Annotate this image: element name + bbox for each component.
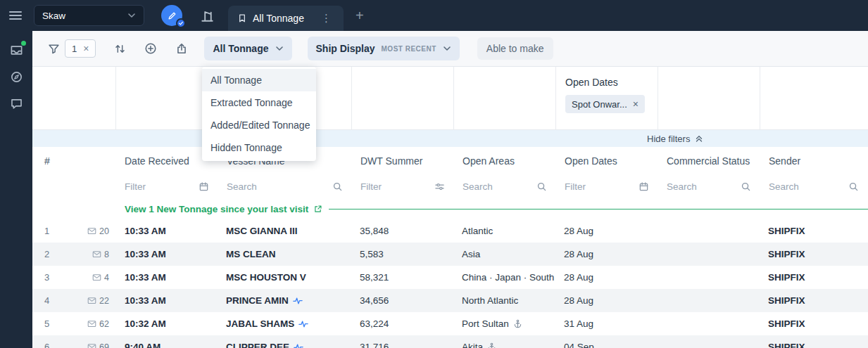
- new-tab-button[interactable]: +: [353, 7, 367, 24]
- remove-filter-icon[interactable]: ×: [633, 99, 639, 109]
- tonnage-row[interactable]: 4 22 10:33 AM PRINCE AMIN 34,656 North A…: [32, 289, 868, 312]
- mail-count: 22: [99, 296, 109, 306]
- date-received-filter-input[interactable]: [125, 181, 194, 192]
- open-dates-filter-chip[interactable]: Spot Onwar... ×: [565, 95, 645, 113]
- vessel-name: MS CLEAN: [226, 249, 276, 259]
- dwt-summer-cell: 63,224: [352, 318, 454, 329]
- inbox-icon[interactable]: [9, 43, 24, 58]
- vessel-name-filter: [218, 181, 352, 192]
- search-icon: [741, 181, 751, 192]
- date-received-cell: 10:33 AM: [116, 226, 218, 236]
- workspace-selector[interactable]: Skaw: [34, 5, 144, 26]
- calendar-icon[interactable]: [639, 181, 649, 192]
- filter-cell-sender: [760, 67, 868, 129]
- commercial-status-filter-input[interactable]: [667, 181, 736, 192]
- calendar-icon[interactable]: [199, 181, 209, 192]
- compose-button[interactable]: [161, 5, 182, 26]
- tonnage-row[interactable]: 3 4 10:33 AM MSC HOUSTON V 58,321 China …: [32, 266, 868, 289]
- column-header-open-areas[interactable]: Open Areas: [454, 155, 556, 167]
- open-dates-cell: 28 Aug: [556, 249, 658, 259]
- vessel-name-cell: PRINCE AMIN: [218, 295, 352, 306]
- row-index-cell: 4 22: [32, 295, 116, 306]
- sender-filter-input[interactable]: [769, 181, 844, 192]
- row-index-cell: 1 20: [32, 226, 116, 236]
- tonnage-row[interactable]: 5 62 10:32 AM JABAL SHAMS 63,224 Port Su…: [32, 312, 868, 335]
- active-filter-chip[interactable]: 1 ×: [65, 39, 96, 58]
- menu-item-all-tonnage[interactable]: All Tonnage: [202, 69, 316, 91]
- open-areas-filter-input[interactable]: [463, 181, 532, 192]
- column-header-dwt-summer[interactable]: DWT Summer: [352, 155, 454, 167]
- search-icon: [536, 181, 547, 192]
- vessel-name: JABAL SHAMS: [226, 318, 294, 329]
- row-number: 6: [44, 342, 49, 348]
- sliders-icon[interactable]: [434, 181, 445, 192]
- sort-icon[interactable]: [114, 43, 126, 55]
- mail-count-badge[interactable]: 8: [92, 250, 109, 259]
- vessel-name: CLIPPER DEE: [226, 342, 289, 348]
- envelope-icon: [87, 296, 96, 305]
- tonnage-row[interactable]: 2 8 10:33 AM MS CLEAN 5,583 Asia 28 Aug …: [32, 243, 868, 266]
- open-dates-cell: 28 Aug: [556, 226, 658, 236]
- tonnage-view-selector[interactable]: All Tonnage: [204, 37, 291, 60]
- hide-filters-button[interactable]: Hide filters: [647, 130, 703, 147]
- vessel-name-cell: JABAL SHAMS: [218, 318, 352, 329]
- hamburger-menu-icon[interactable]: [9, 11, 22, 20]
- dwt-summer-filter-input[interactable]: [360, 181, 430, 192]
- open-areas-cell: Port Sultan: [454, 318, 556, 329]
- ship-display-selector[interactable]: Ship Display MOST RECENT: [308, 37, 460, 60]
- check-badge-icon: [176, 18, 186, 28]
- external-link-icon: [313, 205, 322, 214]
- sender-cell: SHIPFIX: [760, 249, 868, 259]
- commercial-status-filter: [658, 181, 760, 192]
- new-tonnage-link[interactable]: View 1 New Tonnage since your last visit: [125, 204, 322, 214]
- filter-funnel-icon[interactable]: [48, 43, 60, 55]
- menu-item-hidden-tonnage[interactable]: Hidden Tonnage: [202, 136, 316, 159]
- dwt-summer-filter: [352, 181, 454, 192]
- row-number: 1: [44, 226, 49, 236]
- table-header-row: # Date Received Vessel Name DWT Summer O…: [32, 147, 868, 174]
- menu-item-added-edited-tonnage[interactable]: Added/Edited Tonnage: [202, 114, 316, 136]
- mail-count-badge[interactable]: 69: [87, 342, 109, 348]
- discover-compass-icon[interactable]: [9, 70, 24, 84]
- mail-count: 20: [99, 226, 109, 236]
- open-areas-text: Port Sultan: [462, 318, 509, 329]
- add-tonnage-icon[interactable]: [144, 42, 157, 55]
- open-areas-text: North Atlantic: [462, 295, 518, 306]
- mail-count-badge[interactable]: 22: [87, 296, 109, 306]
- able-to-make-button[interactable]: Able to make: [477, 37, 553, 60]
- tab-options-icon[interactable]: ⋮: [318, 12, 334, 25]
- ais-pulse-icon[interactable]: [293, 296, 303, 306]
- mail-count-badge[interactable]: 4: [92, 273, 109, 283]
- port-crane-icon[interactable]: [200, 8, 215, 23]
- workspace-label: Skaw: [42, 11, 65, 21]
- column-header-sender[interactable]: Sender: [760, 155, 868, 167]
- ais-pulse-icon[interactable]: [294, 342, 303, 348]
- clear-filters-icon[interactable]: ×: [83, 44, 89, 53]
- ais-pulse-icon[interactable]: [298, 319, 308, 329]
- chat-icon[interactable]: [9, 96, 24, 111]
- vessel-name-filter-input[interactable]: [227, 181, 328, 192]
- mail-count-badge[interactable]: 20: [87, 226, 109, 236]
- tonnage-row[interactable]: 6 69 9:40 AM CLIPPER DEE 31,716 Akita 04…: [32, 335, 868, 348]
- menu-item-extracted-tonnage[interactable]: Extracted Tonnage: [202, 91, 316, 114]
- open-areas-text: China · Japan · South: [462, 272, 554, 283]
- open-areas-cell: Asia: [454, 249, 556, 259]
- filter-cell-number: [32, 67, 116, 129]
- mail-count-badge[interactable]: 62: [87, 319, 109, 329]
- open-areas-cell: China · Japan · South: [454, 272, 556, 283]
- row-number: 5: [44, 318, 49, 329]
- open-dates-filter-input[interactable]: [565, 181, 634, 192]
- tonnage-row[interactable]: 1 20 10:33 AM MSC GIANNA III 35,848 Atla…: [32, 219, 868, 243]
- chevron-down-icon: [443, 44, 451, 53]
- export-icon[interactable]: [175, 42, 188, 55]
- tab-all-tonnage[interactable]: All Tonnage ⋮: [228, 6, 344, 31]
- row-index-cell: 2 8: [32, 249, 116, 259]
- filter-cell-dwt-summer: [352, 67, 454, 129]
- column-header-number[interactable]: #: [32, 155, 116, 167]
- unread-indicator-dot: [21, 41, 26, 46]
- column-header-open-dates[interactable]: Open Dates: [556, 155, 658, 167]
- vessel-name-cell: MSC GIANNA III: [218, 226, 352, 236]
- envelope-icon: [87, 319, 96, 328]
- column-header-commercial-status[interactable]: Commercial Status: [658, 155, 760, 167]
- sender-cell: SHIPFIX: [760, 342, 868, 348]
